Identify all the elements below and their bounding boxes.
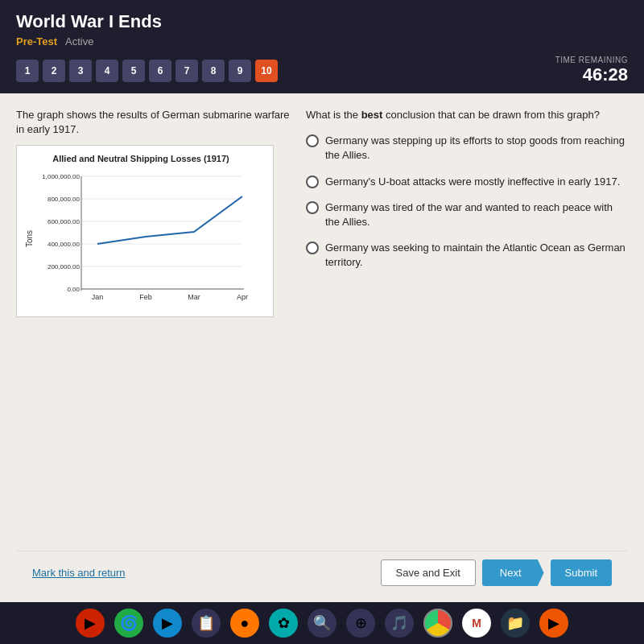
- question-area: The graph shows the results of German su…: [16, 108, 628, 551]
- svg-text:1,000,000.00: 1,000,000.00: [42, 173, 80, 180]
- youtube-icon[interactable]: ▶: [76, 609, 105, 638]
- radio-3[interactable]: [306, 201, 319, 214]
- question-bold: best: [361, 109, 383, 121]
- question-text: What is the best conclusion that can be …: [306, 108, 628, 122]
- chart-title: Allied and Neutral Shipping Losses (1917…: [17, 154, 265, 163]
- app3-icon[interactable]: 📋: [192, 609, 221, 638]
- nav-row: 12345678910 TIME REMAINING 46:28: [16, 56, 628, 85]
- question-number-7[interactable]: 7: [175, 60, 198, 82]
- bottom-bar: Mark this and return Save and Exit Next …: [16, 551, 628, 594]
- radio-1[interactable]: [306, 134, 319, 147]
- save-exit-button[interactable]: Save and Exit: [381, 559, 476, 586]
- time-remaining: TIME REMAINING 46:28: [555, 56, 628, 85]
- question-number-1[interactable]: 1: [16, 60, 39, 82]
- taskbar: ▶ 🌀 ▶ 📋 ● ✿ 🔍 ⊕ 🎵 M 📁 ▶: [0, 602, 644, 644]
- left-panel: The graph shows the results of German su…: [16, 108, 290, 551]
- right-panel: What is the best conclusion that can be …: [306, 108, 628, 551]
- next-button[interactable]: Next: [482, 559, 544, 586]
- intro-text: The graph shows the results of German su…: [16, 108, 290, 137]
- answer-option-2[interactable]: Germany's U-boat attacks were mostly ine…: [306, 175, 628, 189]
- option-text-2: Germany's U-boat attacks were mostly ine…: [325, 175, 620, 189]
- subtitle-row: Pre-Test Active: [16, 35, 628, 47]
- question-numbers: 12345678910: [16, 60, 278, 82]
- main-content: The graph shows the results of German su…: [0, 93, 644, 602]
- mark-return-link[interactable]: Mark this and return: [32, 567, 126, 579]
- svg-text:Feb: Feb: [139, 293, 152, 301]
- gmail-icon[interactable]: M: [462, 609, 491, 638]
- chart-svg: 1,000,000.00 800,000.00 600,000.00 400,0…: [41, 168, 265, 308]
- svg-text:0.00: 0.00: [67, 286, 80, 293]
- svg-text:200,000.00: 200,000.00: [47, 263, 80, 270]
- top-bar: World War I Ends Pre-Test Active 1234567…: [0, 0, 644, 93]
- app6-icon[interactable]: ⊕: [346, 609, 375, 638]
- y-axis-label: Tons: [17, 168, 41, 308]
- chart-container: Allied and Neutral Shipping Losses (1917…: [16, 145, 274, 317]
- question-number-2[interactable]: 2: [43, 60, 65, 82]
- svg-text:600,000.00: 600,000.00: [47, 218, 80, 225]
- option-text-1: Germany was stepping up its efforts to s…: [325, 134, 628, 163]
- app5-icon[interactable]: ✿: [269, 609, 298, 638]
- svg-text:800,000.00: 800,000.00: [47, 196, 80, 203]
- search-icon[interactable]: 🔍: [308, 609, 336, 638]
- answer-option-4[interactable]: Germany was seeking to maintain the Atla…: [306, 241, 628, 270]
- question-text-after: conclusion that can be drawn from this g…: [382, 109, 600, 121]
- answer-option-1[interactable]: Germany was stepping up its efforts to s…: [306, 134, 628, 163]
- app2-icon[interactable]: ▶: [153, 609, 182, 638]
- chrome-icon[interactable]: [423, 609, 452, 638]
- answer-option-3[interactable]: Germany was tired of the war and wanted …: [306, 200, 628, 229]
- svg-text:Apr: Apr: [237, 293, 248, 301]
- question-text-before: What is the: [306, 109, 361, 121]
- chart-inner: Tons 1,000,000.00: [17, 168, 265, 308]
- question-number-9[interactable]: 9: [229, 60, 251, 82]
- svg-text:Jan: Jan: [92, 293, 104, 301]
- page-title: World War I Ends: [16, 11, 628, 32]
- question-number-4[interactable]: 4: [96, 60, 118, 82]
- radio-4[interactable]: [306, 242, 319, 254]
- app1-icon[interactable]: 🌀: [114, 609, 143, 638]
- question-number-6[interactable]: 6: [149, 60, 171, 82]
- option-text-4: Germany was seeking to maintain the Atla…: [325, 241, 628, 270]
- app4-icon[interactable]: ●: [230, 609, 259, 638]
- pre-test-label: Pre-Test: [16, 35, 57, 47]
- option-text-3: Germany was tired of the war and wanted …: [325, 200, 628, 229]
- bottom-buttons: Save and Exit Next Submit: [381, 559, 612, 586]
- question-number-8[interactable]: 8: [202, 60, 225, 82]
- app7-icon[interactable]: 🎵: [385, 609, 414, 638]
- options-container: Germany was stepping up its efforts to s…: [306, 134, 628, 270]
- question-number-5[interactable]: 5: [122, 60, 145, 82]
- time-value: 46:28: [555, 64, 628, 85]
- app8-icon[interactable]: 📁: [501, 609, 530, 638]
- svg-text:400,000.00: 400,000.00: [47, 241, 80, 248]
- svg-text:Mar: Mar: [188, 293, 200, 301]
- submit-button[interactable]: Submit: [551, 559, 612, 586]
- app9-icon[interactable]: ▶: [539, 609, 568, 638]
- question-number-10[interactable]: 10: [255, 60, 278, 82]
- status-label: Active: [65, 35, 93, 47]
- radio-2[interactable]: [306, 175, 319, 188]
- question-number-3[interactable]: 3: [69, 60, 92, 82]
- time-label: TIME REMAINING: [555, 56, 628, 64]
